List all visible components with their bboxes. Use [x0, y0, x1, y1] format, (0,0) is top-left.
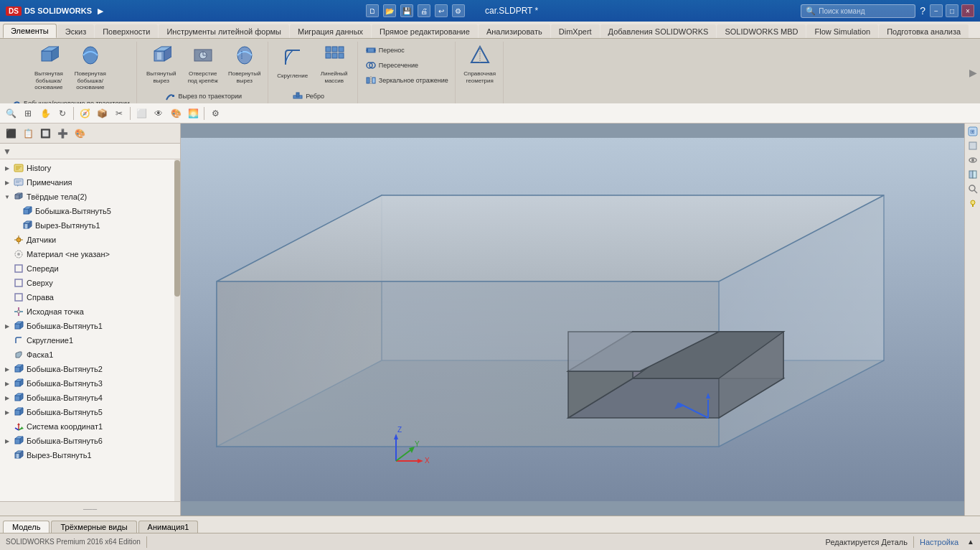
tree-item-solids[interactable]: ▼ Твёрдые тела(2)	[0, 190, 180, 204]
appearance-btn[interactable]: 🎨	[168, 106, 184, 121]
solids-toggle[interactable]: ▼	[3, 192, 11, 201]
history-toggle[interactable]: ▶	[3, 164, 11, 172]
add-manager-btn[interactable]: ➕	[55, 126, 70, 141]
maximize-btn[interactable]: □	[946, 4, 958, 17]
fillet-btn[interactable]: Скругление	[273, 42, 313, 85]
new-btn[interactable]: 🗋	[366, 4, 379, 17]
view-3d-btn[interactable]: 📦	[94, 106, 110, 121]
boss5b-toggle[interactable]: ▶	[3, 408, 11, 416]
tab-flow[interactable]: Flow Simulation	[806, 24, 878, 38]
tab-analysis-prep[interactable]: Подготовка анализа	[879, 24, 969, 38]
options-btn[interactable]: ⚙	[452, 4, 465, 17]
tab-mbd[interactable]: SOLIDWORKS MBD	[717, 24, 806, 38]
tree-item-boss-extrude6[interactable]: ▶ Бобышка-Вытянуть6	[0, 434, 180, 448]
zoom-area-btn[interactable]: ⊞	[20, 106, 36, 121]
rotate-btn[interactable]: ↻	[55, 106, 70, 121]
rp-magnify-btn[interactable]	[966, 182, 979, 195]
display-manager-btn[interactable]: 🎨	[72, 126, 88, 141]
zoom-fit-btn[interactable]: 🔍	[3, 106, 19, 121]
tab-migration[interactable]: Миграция данных	[290, 24, 371, 38]
tree-item-boss-extrude5[interactable]: Бобышка-Вытянуть5	[0, 204, 180, 218]
sweep-cut-btn[interactable]: Вырез по траектории	[161, 89, 245, 103]
hole-btn[interactable]: Отверстиепод крепёж	[183, 42, 223, 88]
tree-item-cut-extrude1[interactable]: Вырез-Вытянуть1	[0, 218, 180, 233]
tree-item-history[interactable]: ▶ History	[0, 161, 180, 175]
boss4-toggle[interactable]: ▶	[3, 393, 11, 402]
annotations-toggle[interactable]: ▶	[3, 178, 11, 187]
rp-view-orient-btn[interactable]: ⊞	[966, 125, 979, 138]
view-settings-btn[interactable]: ⚙	[207, 106, 223, 121]
viewport[interactable]: X Z Y	[181, 123, 964, 516]
hide-show-btn[interactable]: 👁	[151, 106, 166, 121]
boss2-toggle[interactable]: ▶	[3, 365, 11, 373]
tab-dimxpert[interactable]: DimXpert	[551, 24, 600, 38]
search-placeholder[interactable]: Поиск команд	[819, 7, 864, 15]
tab-surfaces[interactable]: Поверхности	[95, 24, 158, 38]
revolve-boss-btn[interactable]: Повернутаябобышка/основание	[70, 42, 110, 95]
tree-item-boss-extrude3[interactable]: ▶ Бобышка-Вытянуть3	[0, 376, 180, 391]
tab-direct[interactable]: Прямое редактирование	[372, 24, 478, 38]
tree-item-front[interactable]: Спереди	[0, 261, 180, 276]
extrude-cut-btn[interactable]: Вытянутыйвырез	[141, 42, 182, 88]
tree-item-coord-sys1[interactable]: Система координат1	[0, 419, 180, 434]
tab-mold[interactable]: Инструменты литейной формы	[159, 24, 289, 38]
history-label: History	[27, 164, 51, 172]
tree-item-annotations[interactable]: ▶ Примечания	[0, 175, 180, 190]
rp-hide-btn[interactable]	[966, 154, 979, 167]
sidebar-resize-handle[interactable]	[176, 123, 180, 516]
rp-display-btn[interactable]	[966, 139, 979, 152]
section-view-btn[interactable]: ✂	[111, 106, 127, 121]
tree-item-chamfer1[interactable]: Фаска1	[0, 348, 180, 362]
undo-btn[interactable]: ↩	[435, 4, 448, 17]
pan-btn[interactable]: ✋	[37, 106, 53, 121]
tab-analyze[interactable]: Анализировать	[479, 24, 550, 38]
boss6-toggle[interactable]: ▶	[3, 437, 11, 445]
tree-item-fillet1[interactable]: Скругление1	[0, 333, 180, 348]
scene-btn[interactable]: 🌅	[185, 106, 201, 121]
tree-item-boss-extrude5b[interactable]: ▶ Бобышка-Вытянуть5	[0, 405, 180, 419]
tree-item-sensors[interactable]: Датчики	[0, 233, 180, 247]
tree-item-boss-extrude1[interactable]: ▶ Бобышка-Вытянуть1	[0, 319, 180, 333]
rib-btn[interactable]: Ребро	[289, 89, 339, 103]
tree-item-material[interactable]: Материал <не указан>	[0, 247, 180, 261]
tab-sketch[interactable]: Эскиз	[57, 24, 94, 38]
tree-item-right[interactable]: Справа	[0, 290, 180, 304]
tab-model[interactable]: Модель	[3, 521, 50, 533]
close-btn[interactable]: ×	[961, 4, 974, 17]
minimize-btn[interactable]: −	[930, 4, 943, 17]
rp-light-btn[interactable]	[966, 197, 979, 210]
boss1-toggle[interactable]: ▶	[3, 322, 11, 330]
print-btn[interactable]: 🖨	[418, 4, 430, 17]
revolve-cut-btn[interactable]: Повернутыйвырез	[225, 42, 265, 88]
mirror-btn[interactable]: Зеркальное отражение	[362, 73, 452, 88]
tab-addins[interactable]: Добавления SOLIDWORKS	[600, 24, 717, 38]
move-btn[interactable]: Перенос	[362, 43, 452, 57]
config-manager-btn[interactable]: 🔲	[37, 126, 53, 141]
tab-elements[interactable]: Элементы	[3, 24, 57, 38]
tree-item-origin[interactable]: Исходная точка	[0, 304, 180, 319]
view-orient-btn[interactable]: 🧭	[77, 106, 93, 121]
tree-item-boss-extrude2[interactable]: ▶ Бобышка-Вытянуть2	[0, 362, 180, 376]
boss3-toggle[interactable]: ▶	[3, 379, 11, 388]
tab-animation[interactable]: Анимация1	[138, 521, 199, 533]
display-style-btn[interactable]: ⬜	[133, 106, 149, 121]
settings-arrow-icon[interactable]: ▲	[967, 538, 974, 546]
rp-section-btn[interactable]	[966, 168, 979, 181]
tab-3d-views[interactable]: Трёхмерные виды	[51, 521, 136, 533]
tree-item-boss-extrude4[interactable]: ▶ Бобышка-Вытянуть4	[0, 391, 180, 405]
property-manager-btn[interactable]: 📋	[20, 126, 36, 141]
sweep-boss-btn[interactable]: Бобышка/основание по траектории	[7, 96, 133, 103]
save-btn[interactable]: 💾	[400, 4, 413, 17]
ribbon-expand[interactable]: ▶	[969, 42, 977, 103]
open-btn[interactable]: 📂	[383, 4, 396, 17]
ref-geom-btn[interactable]: Справочнаягеометрия	[460, 42, 500, 88]
feature-manager-btn[interactable]: ⬛	[3, 126, 19, 141]
extrude-boss-btn[interactable]: Вытянутаябобышка/основание	[29, 42, 69, 95]
svg-text:X: X	[425, 457, 430, 465]
boss3-icon	[13, 378, 24, 389]
linear-pattern-btn[interactable]: Линейныймассив	[314, 42, 354, 88]
intersect-btn[interactable]: Пересечение	[362, 58, 452, 73]
tree-item-top[interactable]: Сверху	[0, 276, 180, 290]
tree-item-cut-extrude1b[interactable]: Вырез-Вытянуть1	[0, 448, 180, 462]
settings-text[interactable]: Настройка	[920, 538, 958, 546]
